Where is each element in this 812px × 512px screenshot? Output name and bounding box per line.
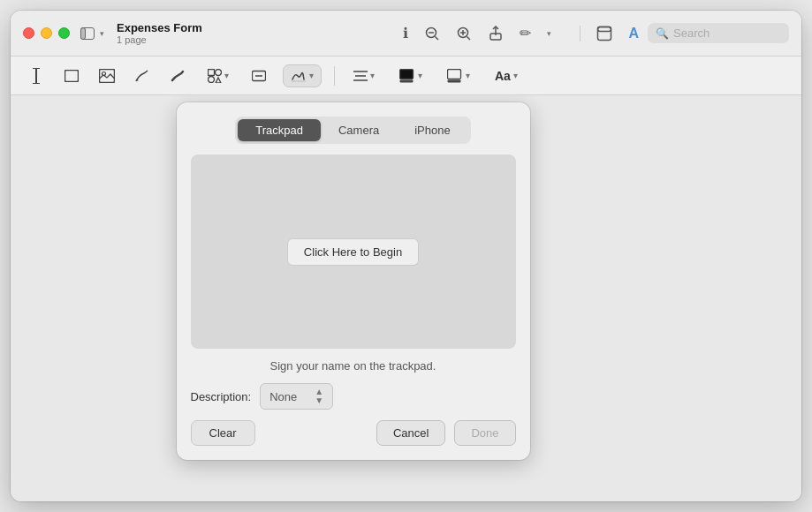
bottom-buttons: Clear Cancel Done [191, 420, 516, 446]
svg-rect-21 [209, 76, 215, 82]
app-window: ▾ Expenses Form 1 page ℹ [11, 11, 801, 501]
text-cursor-tool[interactable] [25, 64, 48, 87]
align-tool[interactable]: ▾ [347, 67, 381, 85]
window-subtitle: 1 page [117, 34, 147, 45]
signature-popup: Trackpad Camera iPhone Click Here to Beg… [177, 102, 530, 460]
description-label: Description: [191, 390, 252, 403]
pencil-icon[interactable]: ✏ [520, 25, 531, 41]
search-icon: 🔍 [656, 27, 669, 40]
divider [580, 26, 581, 41]
sidebar-toggle-button[interactable] [79, 25, 96, 42]
description-value: None [269, 390, 297, 403]
svg-rect-12 [598, 26, 611, 31]
tab-iphone[interactable]: iPhone [397, 119, 467, 141]
search-placeholder: Search [673, 26, 710, 40]
stroke-tool[interactable]: ▾ [441, 66, 476, 86]
shapes-chevron-icon: ▾ [224, 71, 229, 80]
share-icon[interactable] [488, 26, 504, 41]
font-chevron-icon: ▾ [513, 71, 518, 80]
svg-rect-1 [81, 27, 86, 39]
svg-line-6 [467, 36, 471, 40]
done-button[interactable]: Done [454, 420, 515, 446]
svg-rect-28 [400, 69, 414, 79]
font-icon[interactable]: A [628, 26, 639, 41]
hint-text: Sign your name on the trackpad. [191, 359, 516, 373]
panel-icon[interactable] [596, 26, 612, 41]
svg-point-20 [216, 69, 222, 75]
title-area: Expenses Form 1 page [117, 21, 403, 46]
zoom-out-icon[interactable] [424, 26, 440, 41]
font-tool[interactable]: Aa ▾ [489, 66, 524, 86]
svg-line-3 [436, 36, 439, 40]
rectangle-tool[interactable] [60, 64, 83, 87]
pen-tool[interactable] [131, 64, 154, 87]
signature-chevron-icon: ▾ [309, 71, 314, 80]
svg-rect-30 [448, 69, 461, 79]
stroke-chevron-icon: ▾ [466, 71, 470, 80]
tab-trackpad[interactable]: Trackpad [238, 119, 321, 141]
fill-tool[interactable]: ▾ [393, 66, 429, 86]
shapes-tool[interactable]: ▾ [201, 66, 235, 86]
clear-button[interactable]: Clear [191, 420, 255, 446]
action-buttons: Cancel Done [376, 420, 516, 446]
traffic-lights [23, 27, 70, 39]
click-here-button[interactable]: Click Here to Begin [287, 238, 419, 266]
description-select[interactable]: None ▲ ▼ [260, 383, 333, 410]
svg-rect-31 [448, 79, 461, 82]
svg-rect-29 [400, 79, 414, 82]
signature-tool[interactable]: ▾ [283, 64, 322, 87]
window-title: Expenses Form [117, 21, 202, 35]
info-icon[interactable]: ℹ [403, 25, 408, 41]
zoom-in-icon[interactable] [456, 26, 472, 41]
svg-rect-11 [598, 26, 611, 40]
search-box[interactable]: 🔍 Search [648, 23, 789, 43]
fill-chevron-icon: ▾ [418, 71, 422, 80]
svg-rect-16 [65, 70, 79, 81]
tab-switcher: Trackpad Camera iPhone [235, 117, 470, 144]
image-tool[interactable] [95, 64, 118, 87]
signature-draw-area[interactable]: Click Here to Begin [191, 154, 516, 349]
toolbar-divider-1 [334, 66, 335, 86]
markup-pen-tool[interactable] [166, 64, 189, 87]
main-content: Trackpad Camera iPhone Click Here to Beg… [11, 95, 801, 501]
titlebar: ▾ Expenses Form 1 page ℹ [11, 11, 801, 56]
align-chevron-icon: ▾ [370, 71, 375, 80]
titlebar-icons: ℹ [403, 25, 639, 41]
text-box-tool[interactable] [247, 64, 270, 87]
minimize-button[interactable] [41, 27, 52, 39]
maximize-button[interactable] [58, 27, 70, 39]
select-arrows-icon: ▲ ▼ [315, 388, 323, 405]
cancel-button[interactable]: Cancel [376, 420, 445, 446]
svg-rect-19 [209, 69, 215, 75]
close-button[interactable] [23, 27, 34, 39]
toolbar2: ▾ ▾ ▾ [11, 56, 801, 95]
tab-camera[interactable]: Camera [321, 119, 397, 141]
description-row: Description: None ▲ ▼ [191, 383, 516, 410]
sidebar-chevron-icon[interactable]: ▾ [100, 29, 104, 38]
pencil-chevron-icon[interactable]: ▾ [547, 29, 551, 38]
